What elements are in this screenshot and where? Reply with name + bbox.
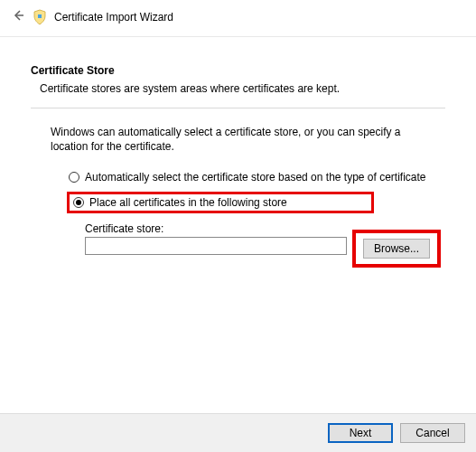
radio-icon bbox=[69, 172, 79, 183]
radio-icon bbox=[73, 197, 84, 208]
next-button[interactable]: Next bbox=[328, 423, 393, 443]
cancel-button[interactable]: Cancel bbox=[400, 423, 465, 443]
browse-highlight: Browse... bbox=[352, 230, 441, 268]
browse-button[interactable]: Browse... bbox=[363, 239, 430, 259]
svg-rect-1 bbox=[38, 14, 42, 18]
footer-bar: Next Cancel bbox=[0, 413, 476, 452]
divider bbox=[31, 108, 445, 108]
radio-auto-label: Automatically select the certificate sto… bbox=[85, 171, 426, 184]
section-subtext: Certificate stores are system areas wher… bbox=[40, 82, 445, 95]
radio-place-label: Place all certificates in the following … bbox=[89, 196, 287, 209]
section-heading: Certificate Store bbox=[31, 64, 445, 77]
certificate-shield-icon bbox=[31, 8, 49, 26]
radio-place-all[interactable]: Place all certificates in the following … bbox=[67, 192, 374, 213]
certificate-store-input[interactable] bbox=[85, 237, 347, 255]
back-arrow-icon[interactable] bbox=[7, 8, 29, 26]
wizard-title: Certificate Import Wizard bbox=[54, 11, 173, 24]
intro-text: Windows can automatically select a certi… bbox=[31, 125, 445, 154]
radio-auto-select[interactable]: Automatically select the certificate sto… bbox=[67, 168, 445, 186]
